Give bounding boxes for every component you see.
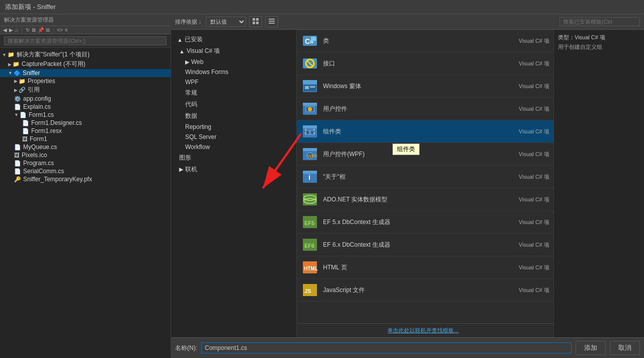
- ef6-icon: EF6: [301, 236, 319, 254]
- tree-item-myqueue[interactable]: 📄 MyQueue.cs: [0, 143, 171, 151]
- cancel-button[interactable]: 取消: [610, 341, 640, 355]
- tree-item-capturepacket[interactable]: ▶ 📁 CapturePacket (不可用): [0, 59, 171, 69]
- item-row-ef5[interactable]: EF5 EF 5.x DbContext 生成器 Visual C# 项: [297, 211, 553, 234]
- sidebar-search-input[interactable]: [4, 36, 167, 45]
- item-row-class[interactable]: C# 类 Visual C# 项: [297, 30, 553, 52]
- dialog-tree-tuxing[interactable]: 图形: [171, 152, 296, 164]
- tree-item-form1[interactable]: 🖼 Form1: [0, 135, 171, 143]
- pixels-icon: 🖼: [14, 152, 20, 158]
- tree-item-snifferkey[interactable]: 🔑 Sniffer_TemporaryKey.pfx: [0, 175, 171, 183]
- toolbar-icon-pin[interactable]: 📌: [38, 27, 44, 33]
- tree-item-references[interactable]: ▶ 🔗 引用: [0, 85, 171, 95]
- item-row-ef6[interactable]: EF6 EF 6.x DbContext 生成器 Visual C# 项: [297, 234, 553, 256]
- item-type-js: Visual C# 项: [509, 287, 549, 294]
- add-new-item-dialog: 排序依据： 默认值: [171, 14, 644, 358]
- toolbar-icon-filter[interactable]: ⊞: [46, 27, 50, 33]
- dialog-title-text: 添加新项 - Sniffer: [5, 3, 56, 12]
- form1resx-icon: 📄: [22, 128, 29, 134]
- svg-rect-1: [256, 18, 259, 21]
- toolbar-icon-home[interactable]: ⌂: [15, 27, 18, 33]
- dialog-tree-changyong[interactable]: 常规: [171, 87, 296, 99]
- toolbar-icon-back[interactable]: ◀: [3, 27, 7, 33]
- changyong-label: 常规: [185, 89, 197, 97]
- list-view-button[interactable]: [265, 16, 278, 27]
- dialog-bottom-bar: 名称(N): 添加 取消: [171, 337, 644, 358]
- tree-item-sniffer[interactable]: ▼ 🔷 Sniffer: [0, 69, 171, 77]
- toolbar-icon-forward[interactable]: ▶: [9, 27, 13, 33]
- solution-explorer-sidebar: 解决方案资源管理器 ◀ ▶ ⌂ | ↻ ⊠ 📌 ⊞ | <> ≡ ▼ 📁 解决方…: [0, 14, 171, 358]
- svg-rect-3: [256, 22, 259, 24]
- name-input[interactable]: [201, 342, 572, 353]
- tree-item-appconfig[interactable]: ⚙️ app.config: [0, 95, 171, 103]
- item-row-interface[interactable]: 接口 Visual C# 项: [297, 52, 553, 75]
- component-tooltip: 组件类: [392, 144, 420, 155]
- item-row-windowsform[interactable]: Windows 窗体 Visual C# 项: [297, 75, 553, 98]
- lianji-label: 联机: [185, 165, 197, 174]
- add-button[interactable]: 添加: [576, 341, 606, 355]
- item-row-aboutbox[interactable]: i "关于"框 Visual C# 项: [297, 166, 553, 188]
- about-icon: i: [301, 168, 319, 186]
- tree-item-program[interactable]: 📄 Program.cs: [0, 159, 171, 167]
- dialog-tree-visualcsharp[interactable]: ▲ Visual C# 项: [171, 45, 296, 57]
- component-icon: [301, 122, 319, 140]
- dialog-tree-sqlserver[interactable]: SQL Server: [171, 132, 296, 142]
- item-row-adonet[interactable]: ADO.NET 实体数据模型 Visual C# 项: [297, 188, 553, 211]
- web-label: Web: [191, 58, 203, 65]
- svg-text:JS: JS: [304, 288, 311, 294]
- dialog-tree-shuju[interactable]: 数据: [171, 110, 296, 122]
- tree-item-explain[interactable]: 📄 Explain.cs: [0, 103, 171, 111]
- toolbar-icon-code[interactable]: <>: [57, 27, 63, 33]
- tree-item-serialcomm[interactable]: 📄 SerialComm.cs: [0, 167, 171, 175]
- tree-item-form1resx[interactable]: 📄 Form1.resx: [0, 127, 171, 135]
- capturepacket-icon: 📁: [13, 61, 20, 67]
- sort-select[interactable]: 默认值: [206, 17, 246, 27]
- tree-item-form1designer[interactable]: 📄 Form1.Designer.cs: [0, 119, 171, 127]
- js-icon: JS: [301, 281, 319, 299]
- dialog-tree-daima[interactable]: 代码: [171, 99, 296, 110]
- dialog-tree-lianji[interactable]: ▶ 联机: [171, 164, 296, 175]
- svg-rect-28: [313, 129, 315, 130]
- dialog-tree-web[interactable]: ▶ Web: [171, 57, 296, 67]
- item-row-js[interactable]: JS JavaScript 文件 Visual C# 项: [297, 279, 553, 302]
- svg-rect-19: [303, 103, 317, 106]
- dialog-tree-wpf[interactable]: WPF: [171, 77, 296, 87]
- template-search-input[interactable]: [559, 17, 640, 26]
- tree-item-properties[interactable]: ▶ 📁 Properties: [0, 77, 171, 85]
- dialog-tree-installed[interactable]: ▲ 已安装: [171, 34, 296, 45]
- item-row-usercontrol[interactable]: 用户控件 Visual C# 项: [297, 98, 553, 120]
- wpf-label: WPF: [185, 79, 199, 86]
- tree-item-label: Explain.cs: [23, 103, 51, 110]
- tree-item-label: Form1.Designer.cs: [31, 119, 82, 126]
- wpfcontrol-icon: WPF: [301, 145, 319, 163]
- svg-rect-9: [311, 37, 316, 41]
- dialog-tree-reporting[interactable]: Reporting: [171, 122, 296, 132]
- usercontrol-icon: [301, 100, 319, 118]
- grid-view-button[interactable]: [249, 16, 262, 27]
- svg-rect-24: [306, 130, 309, 134]
- tree-item-form1cs[interactable]: ▼ 📄 Form1.cs: [0, 111, 171, 119]
- reporting-label: Reporting: [185, 123, 211, 130]
- visualcsharp-chevron: ▲: [179, 48, 185, 54]
- tree-item-solution[interactable]: ▼ 📁 解决方案"Sniffer"(1 个项目): [0, 50, 171, 59]
- dialog-toolbar: 排序依据： 默认值: [171, 14, 644, 30]
- visualcsharp-label: Visual C# 项: [187, 47, 220, 55]
- dialog-tree-workflow[interactable]: Workflow: [171, 142, 296, 152]
- svg-rect-23: [303, 125, 317, 128]
- toolbar-icon-stop[interactable]: ⊠: [32, 27, 36, 33]
- toolbar-icon-refresh[interactable]: ↻: [26, 27, 30, 33]
- svg-text:i: i: [308, 173, 310, 181]
- toolbar-icon-props[interactable]: ≡: [65, 27, 68, 33]
- tree-item-pixels[interactable]: 🖼 Pixels.ico: [0, 151, 171, 159]
- sqlserver-label: SQL Server: [185, 133, 216, 140]
- online-link[interactable]: 单击此处以联机并查找模板...: [387, 327, 458, 333]
- form1view-icon: 🖼: [22, 136, 28, 142]
- sidebar-header: 解决方案资源管理器: [0, 14, 171, 26]
- tree-item-label: Sniffer_TemporaryKey.pfx: [23, 176, 92, 183]
- item-row-usercontrolwpf[interactable]: WPF 用户控件(WPF) Visual C# 项: [297, 143, 553, 166]
- item-row-componentclass[interactable]: 组件类 Visual C# 项: [297, 120, 553, 143]
- sort-label: 排序依据：: [175, 18, 203, 26]
- item-row-html[interactable]: HTML HTML 页 Visual C# 项: [297, 256, 553, 279]
- dialog-tree-windowsforms[interactable]: Windows Forms: [171, 67, 296, 77]
- chevron-icon: ▶: [14, 79, 18, 84]
- chevron-icon: ▼: [14, 112, 19, 117]
